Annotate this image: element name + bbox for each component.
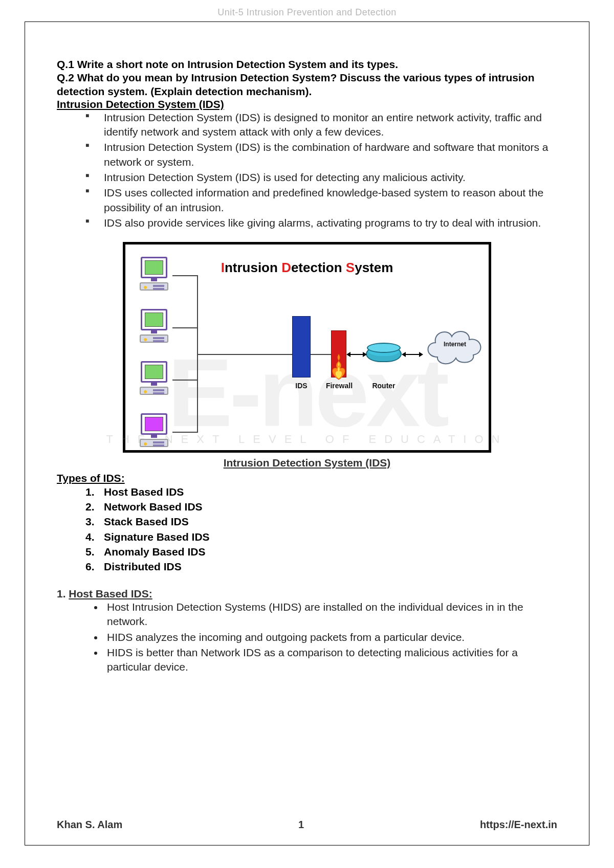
router-label: Router	[364, 382, 404, 390]
ids-label: IDS	[290, 382, 313, 390]
network-line	[172, 380, 197, 381]
svg-marker-5	[419, 352, 423, 357]
ids-diagram: E-next THE NEXT LEVEL OF EDUCATION Intru…	[123, 242, 491, 453]
svg-marker-4	[402, 352, 406, 357]
type-label: Stack Based IDS	[104, 516, 189, 527]
diagram-wrap: E-next THE NEXT LEVEL OF EDUCATION Intru…	[57, 242, 557, 469]
svg-marker-2	[363, 352, 367, 357]
type-item: 1.Host Based IDS	[85, 484, 557, 499]
type-item: 5.Anomaly Based IDS	[85, 544, 557, 559]
computer-icon	[135, 257, 173, 301]
ids-bullet: IDS also provide services like giving al…	[85, 216, 557, 230]
type-item: 6.Distributed IDS	[85, 559, 557, 574]
question-2: Q.2 What do you mean by Intrusion Detect…	[57, 71, 557, 98]
page-footer: Khan S. Alam 1 https://E-next.in	[57, 814, 557, 831]
section-ids-title: Intrusion Detection System (IDS)	[57, 98, 557, 110]
flame-icon	[329, 353, 348, 381]
arrow-line	[402, 350, 423, 359]
type-label: Host Based IDS	[104, 486, 184, 498]
network-line	[311, 354, 331, 355]
arrow-line	[346, 350, 367, 359]
network-line	[197, 354, 292, 355]
network-line	[172, 327, 197, 328]
host-heading-text: Host Based IDS:	[69, 588, 152, 599]
page-header: Unit-5 Intrusion Prevention and Detectio…	[0, 7, 614, 18]
host-bullet: HIDS is better than Network IDS as a com…	[104, 646, 557, 675]
network-line	[172, 432, 197, 433]
firewall-label: Firewall	[324, 382, 355, 390]
type-item: 2.Network Based IDS	[85, 499, 557, 514]
type-label: Anomaly Based IDS	[104, 546, 205, 558]
type-item: 4.Signature Based IDS	[85, 529, 557, 544]
internet-label: Internet	[440, 341, 470, 348]
host-bullet: HIDS analyzes the incoming and outgoing …	[104, 630, 557, 644]
footer-author: Khan S. Alam	[57, 819, 122, 831]
type-item: 3.Stack Based IDS	[85, 514, 557, 529]
network-line	[172, 275, 197, 276]
ids-bullet-list: Intrusion Detection System (IDS) is desi…	[85, 110, 557, 231]
ids-device-icon	[292, 316, 311, 377]
footer-page-number: 1	[298, 819, 304, 831]
ids-bullet: Intrusion Detection System (IDS) is used…	[85, 170, 557, 185]
computer-icon	[135, 361, 173, 405]
computer-icon	[135, 413, 173, 457]
type-label: Distributed IDS	[104, 561, 182, 572]
type-label: Network Based IDS	[104, 501, 203, 513]
diagram-title-word: I	[221, 260, 225, 275]
router-icon	[366, 346, 402, 362]
type-label: Signature Based IDS	[104, 531, 210, 543]
ids-bullet: Intrusion Detection System (IDS) is the …	[85, 140, 557, 169]
host-heading: 1. Host Based IDS:	[57, 588, 557, 600]
types-heading: Types of IDS:	[57, 472, 557, 484]
computer-icon	[135, 309, 173, 353]
question-1: Q.1 Write a short note on Intrusion Dete…	[57, 58, 557, 71]
diagram-title: Intrusion Detection System	[125, 260, 489, 276]
page-frame: Q.1 Write a short note on Intrusion Dete…	[25, 21, 589, 845]
footer-site: https://E-next.in	[480, 819, 557, 831]
host-bullets: Host Intrusion Detection Systems (HIDS) …	[85, 600, 557, 675]
host-bullet: Host Intrusion Detection Systems (HIDS) …	[104, 600, 557, 629]
figure-caption: Intrusion Detection System (IDS)	[57, 457, 557, 469]
types-list: 1.Host Based IDS 2.Network Based IDS 3.S…	[85, 484, 557, 574]
ids-bullet: IDS uses collected information and prede…	[85, 186, 557, 215]
svg-marker-1	[346, 352, 350, 357]
host-heading-num: 1.	[57, 588, 69, 599]
ids-bullet: Intrusion Detection System (IDS) is desi…	[85, 110, 557, 140]
content: Q.1 Write a short note on Intrusion Dete…	[57, 58, 557, 814]
